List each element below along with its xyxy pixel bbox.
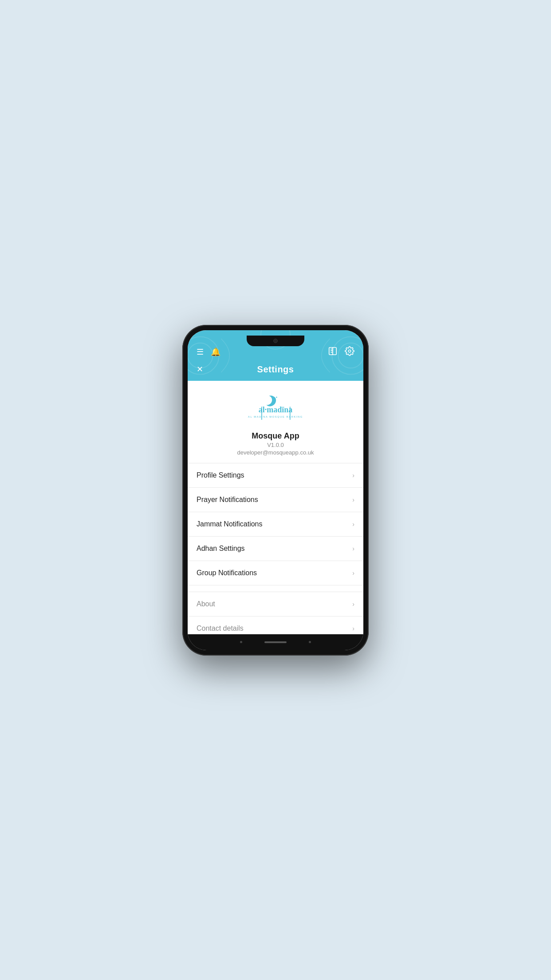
- chevron-right-icon: ›: [352, 625, 354, 632]
- back-indicator[interactable]: [240, 641, 242, 643]
- close-button[interactable]: ✕: [197, 364, 203, 374]
- mute-button: [182, 383, 183, 396]
- menu-item-jammat-notifications[interactable]: Jammat Notifications ›: [188, 512, 363, 537]
- app-version: V1.0.0: [267, 442, 284, 448]
- app-email: developer@mosqueapp.co.uk: [237, 449, 314, 456]
- menu-item-prayer-notifications[interactable]: Prayer Notifications ›: [188, 488, 363, 512]
- svg-point-8: [276, 396, 277, 397]
- home-indicator[interactable]: [264, 641, 287, 643]
- volume-up-button: [182, 403, 183, 423]
- svg-text:al·madīna: al·madīna: [259, 405, 293, 414]
- main-content: al·madīna AL MADINA MOSQUE BARKING Mosqu…: [188, 381, 363, 634]
- gear-icon[interactable]: [345, 346, 354, 358]
- section-gap: [188, 585, 363, 592]
- header-right-icons: [328, 346, 354, 358]
- header-left-icons: ☰ 🔔: [197, 347, 220, 357]
- chevron-right-icon: ›: [352, 521, 354, 528]
- notch: [247, 336, 304, 346]
- volume-down-button: [182, 429, 183, 449]
- front-camera: [273, 339, 278, 343]
- secondary-menu-list: About › Contact details › Visit our webs…: [188, 592, 363, 634]
- svg-point-7: [348, 350, 351, 352]
- menu-item-contact-details[interactable]: Contact details ›: [188, 616, 363, 634]
- primary-menu-section: Profile Settings › Prayer Notifications …: [188, 463, 363, 585]
- app-name: Mosque App: [252, 431, 299, 441]
- quran-icon[interactable]: [328, 346, 338, 358]
- menu-item-profile-settings[interactable]: Profile Settings ›: [188, 463, 363, 488]
- svg-text:AL MADINA MOSQUE BARKING: AL MADINA MOSQUE BARKING: [248, 415, 303, 418]
- chevron-right-icon: ›: [352, 472, 354, 479]
- phone-screen: ☰ 🔔: [188, 330, 363, 650]
- menu-label-jammat-notifications: Jammat Notifications: [197, 520, 263, 528]
- chevron-right-icon: ›: [352, 545, 354, 552]
- chevron-right-icon: ›: [352, 569, 354, 577]
- secondary-menu-section: About › Contact details › Visit our webs…: [188, 592, 363, 634]
- menu-item-adhan-settings[interactable]: Adhan Settings ›: [188, 537, 363, 561]
- logo-section: al·madīna AL MADINA MOSQUE BARKING Mosqu…: [188, 381, 363, 463]
- menu-label-profile-settings: Profile Settings: [197, 471, 244, 479]
- menu-label-prayer-notifications: Prayer Notifications: [197, 496, 258, 504]
- hamburger-menu-icon[interactable]: ☰: [197, 347, 204, 357]
- recents-indicator[interactable]: [309, 641, 311, 643]
- menu-label-contact-details: Contact details: [197, 624, 244, 632]
- chevron-right-icon: ›: [352, 496, 354, 503]
- menu-item-about[interactable]: About ›: [188, 592, 363, 616]
- phone-frame: ☰ 🔔: [182, 325, 369, 656]
- power-button: [368, 396, 369, 423]
- header-title-bar: ✕ Settings: [188, 362, 363, 381]
- app-logo: al·madīna AL MADINA MOSQUE BARKING: [236, 391, 315, 431]
- page-title: Settings: [257, 364, 294, 375]
- chevron-right-icon: ›: [352, 601, 354, 608]
- bottom-nav-bar: [188, 634, 363, 650]
- primary-menu-list: Profile Settings › Prayer Notifications …: [188, 463, 363, 585]
- menu-item-group-notifications[interactable]: Group Notifications ›: [188, 561, 363, 585]
- menu-label-group-notifications: Group Notifications: [197, 569, 257, 577]
- menu-label-about: About: [197, 600, 215, 608]
- menu-label-adhan-settings: Adhan Settings: [197, 545, 245, 553]
- bell-icon[interactable]: 🔔: [211, 347, 220, 357]
